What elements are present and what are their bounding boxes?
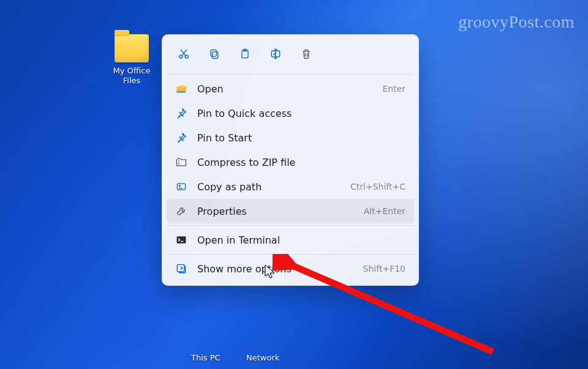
watermark-text: groovyPost.com bbox=[458, 12, 575, 32]
zip-icon bbox=[175, 156, 187, 168]
svg-rect-3 bbox=[211, 50, 216, 56]
menu-separator bbox=[167, 225, 414, 226]
pin-icon bbox=[175, 132, 187, 144]
menu-item-properties[interactable]: Properties Alt+Enter bbox=[167, 199, 414, 223]
rename-button[interactable] bbox=[262, 42, 289, 66]
cut-button[interactable] bbox=[170, 42, 197, 66]
svg-rect-10 bbox=[177, 264, 184, 272]
svg-rect-2 bbox=[213, 52, 218, 59]
copy-button[interactable] bbox=[201, 42, 228, 66]
folder-icon bbox=[115, 34, 149, 62]
paste-button[interactable] bbox=[232, 42, 258, 66]
mouse-cursor bbox=[265, 264, 277, 283]
delete-button[interactable] bbox=[293, 42, 320, 66]
svg-rect-8 bbox=[177, 184, 185, 190]
menu-item-label: Open in Terminal bbox=[197, 234, 405, 246]
menu-item-copy-path[interactable]: Copy as path Ctrl+Shift+C bbox=[167, 174, 414, 199]
svg-point-0 bbox=[179, 55, 183, 58]
menu-item-label: Compress to ZIP file bbox=[197, 157, 405, 168]
desktop-icon-thispc[interactable]: This PC bbox=[191, 353, 221, 362]
desktop-folder-label: My Office Files bbox=[104, 66, 159, 86]
wrench-icon bbox=[175, 205, 187, 217]
more-options-icon bbox=[175, 263, 187, 275]
terminal-icon bbox=[175, 234, 187, 246]
context-menu: Open Enter Pin to Quick access Pin to St… bbox=[162, 34, 419, 286]
svg-point-1 bbox=[185, 55, 188, 58]
menu-separator bbox=[167, 74, 414, 75]
menu-item-pin-quick[interactable]: Pin to Quick access bbox=[167, 101, 414, 125]
menu-item-label: Open bbox=[197, 83, 372, 95]
svg-rect-9 bbox=[177, 236, 186, 244]
menu-item-accel: Enter bbox=[382, 84, 405, 94]
menu-item-label: Properties bbox=[197, 206, 354, 217]
desktop-icon-network[interactable]: Network bbox=[246, 353, 279, 362]
menu-item-label: Pin to Start bbox=[197, 132, 405, 144]
pin-icon bbox=[175, 107, 187, 119]
menu-separator bbox=[167, 254, 414, 255]
menu-item-accel: Shift+F10 bbox=[363, 264, 405, 274]
menu-item-terminal[interactable]: Open in Terminal bbox=[167, 228, 414, 252]
menu-item-zip[interactable]: Compress to ZIP file bbox=[167, 150, 414, 174]
desktop-folder[interactable]: My Office Files bbox=[104, 34, 159, 86]
copy-path-icon bbox=[175, 181, 187, 193]
menu-item-pin-start[interactable]: Pin to Start bbox=[167, 125, 414, 150]
menu-item-label: Pin to Quick access bbox=[197, 108, 405, 119]
menu-item-open[interactable]: Open Enter bbox=[167, 76, 414, 101]
svg-rect-7 bbox=[177, 92, 186, 93]
open-icon bbox=[175, 83, 187, 95]
menu-item-accel: Ctrl+Shift+C bbox=[350, 182, 405, 192]
menu-item-label: Copy as path bbox=[197, 181, 341, 193]
menu-item-accel: Alt+Enter bbox=[364, 206, 405, 216]
context-menu-toolbar bbox=[167, 39, 414, 72]
menu-item-more-options[interactable]: Show more options Shift+F10 bbox=[167, 256, 414, 281]
